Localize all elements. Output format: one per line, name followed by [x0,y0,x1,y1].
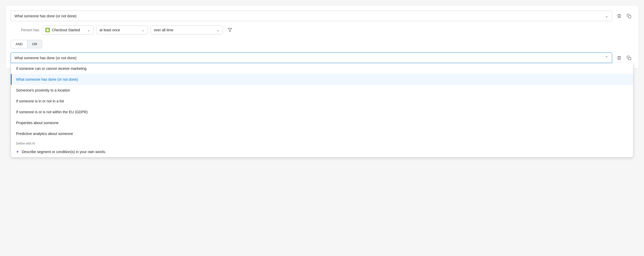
second-condition-dropdown[interactable]: What someone has done (or not done) ⌃ [11,52,612,63]
sub-filter-button[interactable] [226,26,234,34]
predictive-label: Predictive analytics about someone [16,132,73,136]
sub-condition-row: Person has Checkout Started ⌄ at least o… [21,25,633,35]
trash-icon [617,56,621,60]
ai-section-label: Define with AI [11,139,633,146]
main-container: What someone has done (or not done) ⌄ [5,5,639,69]
trash-icon [617,14,621,18]
dropdown-item-gdpr[interactable]: If someone is or is not within the EU (G… [11,107,633,117]
first-condition-label: What someone has done (or not done) [14,14,77,18]
time-label: over all time [154,28,173,32]
frequency-label: at least once [100,28,120,32]
svg-rect-2 [628,57,631,60]
svg-marker-1 [228,28,232,32]
time-chevron-icon: ⌄ [216,28,220,32]
list-label: If someone is in or not in a list [16,99,64,103]
second-condition-actions [615,54,633,62]
chevron-up-icon: ⌃ [605,55,608,60]
time-dropdown[interactable]: over all time ⌄ [151,26,223,34]
first-condition-dropdown[interactable]: What someone has done (or not done) ⌄ [11,11,612,21]
person-has-label: Person has [21,28,39,32]
and-button[interactable]: AND [11,40,27,48]
first-condition-actions [615,12,633,20]
second-condition-label: What someone has done (or not done) [14,56,77,60]
event-label: Checkout Started [52,28,80,32]
properties-label: Properties about someone [16,121,58,125]
shopify-icon [45,28,50,32]
svg-rect-0 [628,15,631,18]
second-delete-button[interactable] [615,54,624,62]
dropdown-item-done[interactable]: What someone has done (or not done) [11,74,633,85]
event-chevron-icon: ⌄ [87,28,90,32]
condition-dropdown-menu: If someone can or cannot receive marketi… [11,63,633,157]
filter-icon [228,28,232,32]
proximity-label: Someone's proximity to a location [16,88,70,92]
dropdown-item-properties[interactable]: Properties about someone [11,117,633,128]
or-button[interactable]: OR [27,40,42,48]
first-condition-row: What someone has done (or not done) ⌄ [11,11,633,21]
dropdown-item-proximity[interactable]: Someone's proximity to a location [11,85,633,96]
copy-icon [627,14,631,18]
first-copy-button[interactable] [625,12,633,20]
sparkle-icon: ✦ [16,150,19,154]
copy-icon [627,56,631,60]
logic-buttons-row: AND OR [11,40,633,48]
dropdown-item-predictive[interactable]: Predictive analytics about someone [11,128,633,139]
first-delete-button[interactable] [615,12,624,20]
dropdown-item-marketing[interactable]: If someone can or cannot receive marketi… [11,63,633,74]
second-condition-container: What someone has done (or not done) ⌃ [11,52,633,63]
frequency-chevron-icon: ⌄ [141,28,145,32]
frequency-dropdown[interactable]: at least once ⌄ [96,26,148,34]
chevron-down-icon: ⌄ [605,13,608,18]
done-label: What someone has done (or not done) [16,77,78,81]
second-condition-row: What someone has done (or not done) ⌃ [11,52,633,63]
ai-describe-label: Describe segment or condition(s) in your… [22,150,106,154]
marketing-label: If someone can or cannot receive marketi… [16,66,86,71]
dropdown-item-ai[interactable]: ✦ Describe segment or condition(s) in yo… [11,146,633,157]
gdpr-label: If someone is or is not within the EU (G… [16,110,88,114]
second-copy-button[interactable] [625,54,633,62]
dropdown-item-list[interactable]: If someone is in or not in a list [11,96,633,107]
event-dropdown[interactable]: Checkout Started ⌄ [42,25,94,35]
